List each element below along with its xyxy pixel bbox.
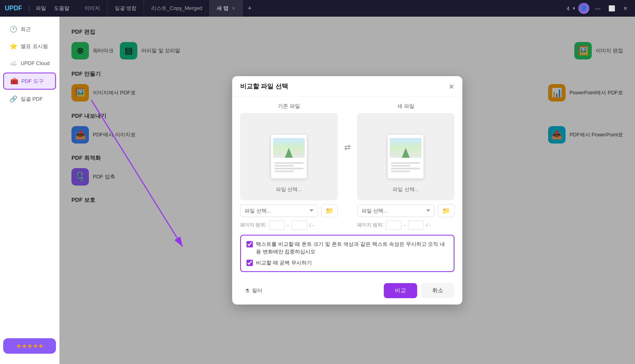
left-page-end[interactable] — [291, 220, 307, 230]
minimize-button[interactable]: — — [593, 5, 603, 11]
left-tree-icon — [285, 148, 293, 158]
close-window-button[interactable]: ✕ — [621, 5, 630, 11]
dialog-close-button[interactable]: ✕ — [448, 82, 454, 91]
right-preview-doc — [388, 135, 423, 178]
left-file-column: 기존 파일 — [240, 103, 338, 230]
right-dropdown-row: 파일 선택... 📁 — [357, 204, 455, 217]
left-column-label: 기존 파일 — [240, 103, 338, 110]
left-folder-button[interactable]: 📁 — [321, 204, 338, 217]
tab-bar: 이미지 일괄 병합 리스트_Copy_Merged 새 탭 ✕ + — [77, 0, 562, 17]
right-file-dropdown[interactable]: 파일 선택... — [357, 205, 435, 217]
right-page-range: 페이지 범위: - / - — [357, 220, 455, 230]
right-file-preview: 파일 선택... — [357, 113, 455, 200]
cloud-icon: ☁️ — [10, 59, 17, 67]
title-bar-right: 4 ▾ 👤 — ⬜ ✕ — [562, 3, 635, 14]
tab-batch-merge[interactable]: 일괄 병합 — [108, 0, 144, 17]
right-file-select-button[interactable]: 파일 선택... — [362, 183, 450, 196]
tab-close-icon[interactable]: ✕ — [232, 6, 235, 11]
compare-dialog: 비교할 파일 선택 ✕ 기존 파일 — [232, 76, 462, 305]
option-ignore-whitespace-label: 비교할 때 공백 무시하기 — [256, 259, 312, 267]
tab-count: 4 — [567, 6, 570, 11]
left-page-start[interactable] — [269, 220, 285, 230]
right-preview-image — [390, 138, 421, 158]
left-page-range: 페이지 범위: - / - — [240, 220, 338, 230]
sidebar-item-batch-pdf[interactable]: 🔗 일괄 PDF — [3, 91, 56, 107]
left-page-range-label: 페이지 범위: — [240, 222, 267, 228]
compare-button[interactable]: 비교 — [384, 283, 417, 298]
rating-stars: ★★★★★ — [7, 342, 52, 350]
option-ignore-whitespace-checkbox[interactable] — [246, 260, 253, 266]
dialog-header: 비교할 파일 선택 ✕ — [232, 76, 462, 96]
swap-icon[interactable]: ⇄ — [344, 103, 351, 152]
updf-logo: UPDF — [0, 5, 27, 12]
clock-icon: 🕐 — [10, 25, 17, 33]
title-bar: UPDF | 파일 도움말 이미지 일괄 병합 리스트_Copy_Merged … — [0, 0, 635, 17]
right-folder-button[interactable]: 📁 — [438, 204, 454, 217]
sidebar-item-recent[interactable]: 🕐 최근 — [3, 21, 56, 37]
file-columns: 기존 파일 — [240, 103, 454, 230]
menu-file[interactable]: 파일 — [32, 5, 50, 12]
menu-help[interactable]: 도움말 — [50, 5, 73, 12]
sidebar-item-cloud[interactable]: ☁️ UPDF Cloud — [3, 56, 56, 71]
left-preview-image — [273, 138, 305, 158]
tab-new[interactable]: 새 탭 ✕ — [210, 0, 243, 17]
filter-icon: ⚗ — [245, 288, 250, 294]
sidebar-item-pdf-tools[interactable]: 🧰 PDF 도구 — [3, 73, 56, 90]
right-column-label: 새 파일 — [357, 103, 455, 110]
filter-button[interactable]: ⚗ 필터 — [240, 284, 267, 297]
star-icon: ⭐ — [10, 42, 17, 50]
toolbox-icon: 🧰 — [10, 77, 18, 85]
dialog-title: 비교할 파일 선택 — [240, 82, 288, 91]
avatar[interactable]: 👤 — [578, 3, 589, 14]
dialog-overlay: 비교할 파일 선택 ✕ 기존 파일 — [60, 17, 635, 364]
dialog-footer: ⚗ 필터 비교 취소 — [232, 278, 462, 305]
left-dropdown-row: 파일 선택... 📁 — [240, 204, 338, 217]
option-ignore-font-label: 텍스트를 비교할 때 폰트 크기 및 폰트 색상과 같은 텍스트 속성은 무시하… — [256, 240, 448, 256]
left-file-dropdown[interactable]: 파일 선택... — [240, 205, 318, 217]
sidebar: 🕐 최근 ⭐ 별표 표시됨 ☁️ UPDF Cloud 🧰 PDF 도구 🔗 일… — [0, 17, 60, 364]
options-box: 텍스트를 비교할 때 폰트 크기 및 폰트 색상과 같은 텍스트 속성은 무시하… — [240, 235, 454, 272]
right-tree-icon — [402, 148, 410, 158]
maximize-button[interactable]: ⬜ — [606, 5, 618, 11]
option-row-1: 텍스트를 비교할 때 폰트 크기 및 폰트 색상과 같은 텍스트 속성은 무시하… — [246, 240, 448, 256]
tab-add-button[interactable]: + — [243, 4, 257, 13]
right-file-column: 새 파일 파 — [357, 103, 455, 230]
right-page-range-label: 페이지 범위: — [357, 222, 384, 228]
right-page-start[interactable] — [386, 220, 402, 230]
left-file-preview: 파일 선택... — [240, 113, 338, 200]
option-ignore-font-checkbox[interactable] — [246, 241, 253, 247]
option-row-2: 비교할 때 공백 무시하기 — [246, 259, 448, 267]
sidebar-item-starred[interactable]: ⭐ 별표 표시됨 — [3, 38, 56, 54]
tab-image[interactable]: 이미지 — [77, 0, 108, 17]
left-file-select-button[interactable]: 파일 선택... — [245, 183, 333, 196]
dialog-body: 기존 파일 — [232, 96, 462, 279]
tab-list-copy-merged[interactable]: 리스트_Copy_Merged — [144, 0, 210, 17]
link-icon: 🔗 — [10, 95, 17, 103]
right-page-end[interactable] — [408, 220, 424, 230]
left-preview-doc — [271, 135, 307, 178]
cancel-button[interactable]: 취소 — [421, 283, 454, 298]
